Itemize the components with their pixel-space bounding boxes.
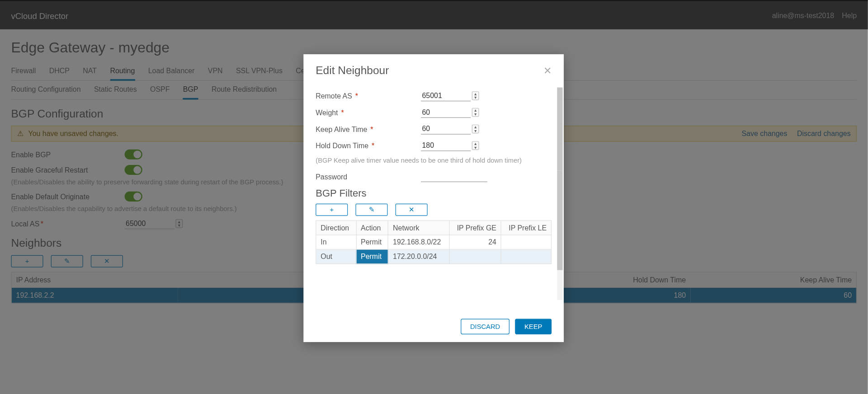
password-input[interactable] — [421, 171, 487, 183]
col-network: Network — [388, 220, 449, 235]
keep-alive-spinner[interactable]: ▲▼ — [472, 125, 479, 134]
weight-input[interactable] — [421, 107, 471, 118]
plus-icon: + — [330, 206, 334, 214]
keep-button[interactable]: KEEP — [515, 319, 552, 334]
hold-down-label: Hold Down Time * — [316, 141, 415, 150]
weight-label: Weight * — [316, 108, 415, 116]
modal-scrollbar-thumb-2[interactable] — [557, 170, 562, 270]
timer-note: (BGP Keep alive timer value needs to be … — [316, 157, 552, 164]
filter-edit-button[interactable]: ✎ — [355, 204, 387, 216]
remote-as-input[interactable] — [421, 90, 471, 102]
col-action: Action — [356, 220, 388, 235]
edit-icon: ✎ — [369, 206, 374, 214]
password-label: Password — [316, 173, 415, 181]
bgp-filters-table: Direction Action Network IP Prefix GE IP… — [316, 220, 552, 264]
bgp-filters-title: BGP Filters — [316, 188, 552, 199]
keep-alive-input[interactable] — [421, 123, 471, 135]
filter-row[interactable]: OutPermit172.20.0.0/24 — [316, 249, 552, 264]
weight-spinner[interactable]: ▲▼ — [472, 108, 479, 117]
modal-close-button[interactable]: ✕ — [543, 65, 552, 77]
keep-alive-label: Keep Alive Time * — [316, 125, 415, 133]
discard-button[interactable]: DISCARD — [461, 319, 509, 334]
edit-neighbour-modal: Edit Neighbour ✕ Remote AS * ▲▼ Weight *… — [303, 54, 564, 342]
col-prefix-ge: IP Prefix GE — [449, 220, 501, 235]
filter-row[interactable]: InPermit192.168.8.0/2224 — [316, 235, 552, 249]
remote-as-label: Remote AS * — [316, 92, 415, 100]
remove-icon: ✕ — [409, 206, 414, 214]
col-prefix-le: IP Prefix LE — [501, 220, 551, 235]
hold-down-input[interactable] — [421, 140, 471, 151]
col-direction: Direction — [316, 220, 356, 235]
remote-as-spinner[interactable]: ▲▼ — [472, 91, 479, 100]
modal-title: Edit Neighbour — [316, 64, 389, 77]
filter-add-button[interactable]: + — [316, 204, 348, 216]
filter-delete-button[interactable]: ✕ — [396, 204, 428, 216]
hold-down-spinner[interactable]: ▲▼ — [472, 141, 479, 150]
modal-scrollbar-thumb[interactable] — [557, 88, 562, 171]
